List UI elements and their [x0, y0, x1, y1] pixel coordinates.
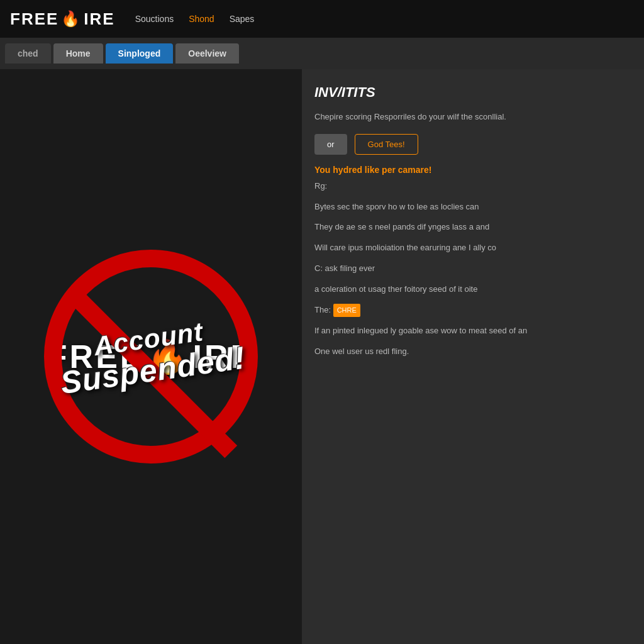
button-row: or God Tees! [314, 134, 631, 155]
left-logo-text: FREE 🔥 IRE [47, 338, 255, 376]
tab-bar: ched Home Sinploged Oeelview [0, 38, 644, 69]
line-4: C: ask filing ever [314, 262, 631, 275]
footer-line-1: If an pinted inlegued ly goable ase wow … [314, 325, 631, 338]
right-panel: INV/ITITS Chepire scoring Resporriles do… [302, 69, 644, 644]
left-fire-icon: 🔥 [147, 338, 191, 376]
fire-icon: 🔥 [61, 10, 81, 28]
tab-oeelview[interactable]: Oeelview [175, 43, 239, 64]
left-brand-part1: FREE [47, 338, 145, 375]
line-1: Bytes sec the sporv ho w to lee as locli… [314, 201, 631, 214]
line-5: a coleration ot usag ther foitory seed o… [314, 283, 631, 296]
brand-name: FREE [10, 9, 58, 29]
left-brand-part2: IRE [193, 338, 255, 375]
button-god-tees[interactable]: God Tees! [355, 134, 418, 155]
tab-ched[interactable]: ched [5, 43, 51, 64]
highlight-text: You hydred like per camare! [314, 165, 631, 175]
tab-sinploged[interactable]: Sinploged [106, 43, 174, 64]
line-3: Will care ipus molioiation the earuring … [314, 242, 631, 255]
left-logo: FREE 🔥 IRE [47, 338, 255, 376]
panel-paragraph1: Chepire scoring Resporriles do your wilf… [314, 111, 631, 124]
brand-name-part2: IRE [84, 9, 114, 29]
line-2: They de ae se s neel pands dif ynges las… [314, 221, 631, 234]
nav-link-souctions[interactable]: Souctions [135, 14, 174, 24]
nav-link-shond[interactable]: Shond [189, 14, 214, 24]
brand-logo: FREE 🔥 IRE [10, 9, 115, 29]
button-or[interactable]: or [314, 134, 347, 155]
tab-home[interactable]: Home [53, 43, 103, 64]
footer-line-2: One wel user us redl fling. [314, 345, 631, 358]
chre-label: CHRE [333, 304, 360, 318]
left-panel: FREE 🔥 IRE Account Suspended! [0, 69, 302, 644]
the-label-row: The: CHRE [314, 304, 631, 318]
top-navigation: FREE 🔥 IRE Souctions Shond Sapes [0, 0, 644, 38]
section-label: Rg: [314, 180, 631, 193]
main-content: FREE 🔥 IRE Account Suspended! INV/ITITS … [0, 69, 644, 644]
nav-link-sapes[interactable]: Sapes [230, 14, 255, 24]
nav-links: Souctions Shond Sapes [135, 14, 255, 24]
panel-title: INV/ITITS [314, 84, 631, 101]
